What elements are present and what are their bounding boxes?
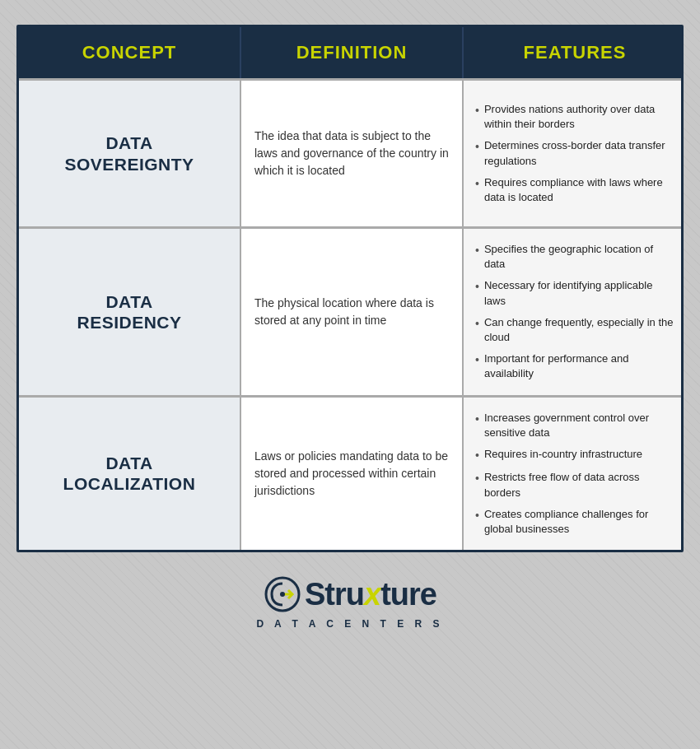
logo-area: Struxture D A T A C E N T E R S (256, 575, 443, 630)
bullet-icon: • (475, 471, 479, 487)
header-definition-label: DEFINITION (296, 42, 408, 63)
feature-text: Specifies the geographic location of dat… (484, 242, 674, 272)
bullet-icon: • (475, 412, 479, 428)
logo-main: Struxture (264, 575, 436, 613)
logo-subtitle: D A T A C E N T E R S (256, 618, 443, 630)
concept-title-residency: DATARESIDENCY (77, 291, 181, 333)
bullet-icon: • (475, 508, 479, 524)
table-header: CONCEPT DEFINITION FEATURES (19, 27, 681, 78)
feature-item: • Requires in-country infrastructure (475, 447, 642, 464)
concept-title-localization: DATALOCALIZATION (63, 453, 196, 494)
logo-wordmark: Struxture (305, 577, 436, 612)
bullet-icon: • (475, 279, 479, 295)
feature-item: • Creates compliance challenges for glob… (475, 507, 674, 537)
feature-text: Important for performance and availabili… (484, 351, 674, 381)
main-table: CONCEPT DEFINITION FEATURES DATASOVEREIG… (16, 25, 684, 552)
row-data-sovereignty: DATASOVEREIGNTY The idea that data is su… (19, 78, 681, 226)
feature-item: • Requires compliance with laws where da… (475, 175, 674, 205)
feature-text: Determines cross-border data transfer re… (484, 138, 674, 168)
features-cell-sovereignty: • Provides nations authority over data w… (464, 81, 684, 226)
bullet-icon: • (475, 139, 479, 156)
feature-text: Restricts free flow of data across borde… (484, 470, 674, 500)
feature-item: • Provides nations authority over data w… (475, 102, 674, 132)
bullet-icon: • (475, 352, 479, 369)
header-concept-label: CONCEPT (82, 42, 177, 63)
feature-text: Requires compliance with laws where data… (484, 175, 674, 205)
header-features: FEATURES (464, 27, 684, 78)
definition-text-localization: Laws or policies mandating data to be st… (254, 448, 449, 500)
definition-cell-localization: Laws or policies mandating data to be st… (241, 398, 464, 551)
feature-text: Creates compliance challenges for global… (484, 507, 674, 537)
feature-item: • Can change frequently, especially in t… (475, 315, 674, 345)
definition-cell-residency: The physical location where data is stor… (241, 229, 464, 395)
header-definition: DEFINITION (241, 27, 464, 78)
feature-item: • Increases government control over sens… (475, 411, 674, 440)
bullet-icon: • (475, 176, 479, 193)
feature-item: • Restricts free flow of data across bor… (475, 470, 674, 500)
feature-text: Can change frequently, especially in the… (484, 315, 674, 345)
definition-text-sovereignty: The idea that data is subject to the law… (254, 128, 449, 179)
svg-point-1 (280, 592, 285, 597)
concept-cell-residency: DATARESIDENCY (19, 229, 241, 395)
feature-item: • Determines cross-border data transfer … (475, 138, 674, 168)
logo-x: x (364, 577, 380, 612)
feature-item: • Important for performance and availabi… (475, 351, 674, 381)
feature-text: Provides nations authority over data wit… (484, 102, 674, 132)
feature-text: Requires in-country infrastructure (484, 447, 642, 462)
features-cell-residency: • Specifies the geographic location of d… (464, 229, 684, 395)
bullet-icon: • (475, 316, 479, 333)
concept-cell-localization: DATALOCALIZATION (19, 398, 241, 551)
bullet-icon: • (475, 243, 479, 259)
features-cell-localization: • Increases government control over sens… (464, 398, 684, 551)
definition-text-residency: The physical location where data is stor… (254, 295, 449, 329)
header-concept: CONCEPT (19, 27, 241, 78)
feature-item: • Necessary for identifying applicable l… (475, 278, 674, 308)
feature-text: Necessary for identifying applicable law… (484, 278, 674, 308)
bullet-icon: • (475, 448, 479, 464)
concept-title-sovereignty: DATASOVEREIGNTY (64, 133, 194, 174)
row-data-localization: DATALOCALIZATION Laws or policies mandat… (19, 395, 681, 551)
concept-cell-sovereignty: DATASOVEREIGNTY (19, 81, 241, 226)
feature-item: • Specifies the geographic location of d… (475, 242, 674, 272)
row-data-residency: DATARESIDENCY The physical location wher… (19, 226, 681, 395)
logo-icon (264, 575, 301, 613)
feature-text: Increases government control over sensit… (484, 411, 674, 440)
header-features-label: FEATURES (524, 42, 627, 63)
bullet-icon: • (475, 103, 479, 119)
definition-cell-sovereignty: The idea that data is subject to the law… (241, 81, 464, 226)
